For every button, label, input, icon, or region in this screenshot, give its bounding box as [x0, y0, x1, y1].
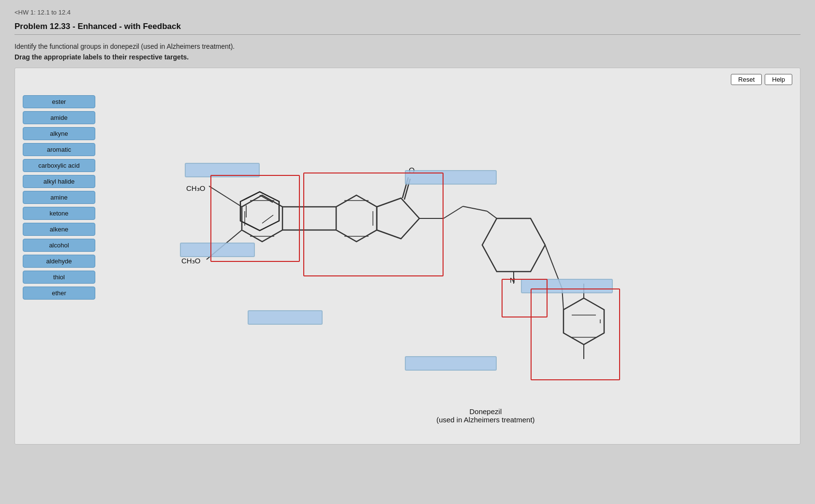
content-area: esteramidealkynearomaticcarboxylic acida… [23, 95, 792, 433]
label-btn-alkyl-halide[interactable]: alkyl halide [23, 175, 95, 188]
target-box-phenyl[interactable] [531, 288, 620, 380]
caption-line1: Donepezil [436, 407, 534, 416]
label-btn-alkene[interactable]: alkene [23, 223, 95, 236]
label-btn-amide[interactable]: amide [23, 111, 95, 124]
labels-column: esteramidealkynearomaticcarboxylic acida… [23, 95, 100, 433]
action-buttons: Reset Help [731, 74, 792, 85]
label-btn-alkyne[interactable]: alkyne [23, 127, 95, 140]
svg-text:CH₃O: CH₃O [186, 184, 205, 192]
svg-line-29 [487, 211, 497, 218]
problem-title: Problem 12.33 - Enhanced - with Feedback [15, 18, 800, 35]
label-btn-aromatic[interactable]: aromatic [23, 143, 95, 156]
diagram-area: CH₃O CH₃O [100, 95, 792, 433]
target-box-left-benzene[interactable] [210, 175, 300, 262]
label-btn-alcohol[interactable]: alcohol [23, 239, 95, 252]
drop-box-bottom-right[interactable] [405, 356, 497, 371]
svg-line-25 [463, 206, 487, 211]
label-btn-amine[interactable]: amine [23, 191, 95, 204]
breadcrumb: <HW 1: 12.1 to 12.4 [15, 5, 800, 18]
help-button[interactable]: Help [765, 74, 792, 85]
label-btn-ketone[interactable]: ketone [23, 207, 95, 220]
label-btn-carboxylic-acid[interactable]: carboxylic acid [23, 159, 95, 172]
instructions-line1: Identify the functional groups in donepe… [15, 43, 800, 50]
page-wrapper: <HW 1: 12.1 to 12.4 Problem 12.33 - Enha… [0, 0, 815, 459]
reset-button[interactable]: Reset [731, 74, 762, 85]
target-box-right-indanone[interactable] [303, 173, 444, 276]
instructions-line2: Drag the appropriate labels to their res… [15, 53, 800, 61]
label-btn-ether[interactable]: ether [23, 287, 95, 300]
molecule-caption: Donepezil (used in Alzheimers treatment) [436, 407, 534, 424]
label-btn-ester[interactable]: ester [23, 95, 95, 108]
caption-line2: (used in Alzheimers treatment) [436, 416, 534, 424]
svg-marker-26 [482, 218, 545, 272]
svg-text:CH₃O: CH₃O [181, 257, 200, 265]
drop-box-bottom-center[interactable] [248, 310, 323, 325]
main-problem-box: Reset Help esteramidealkynearomaticcarbo… [15, 68, 800, 445]
label-btn-thiol[interactable]: thiol [23, 271, 95, 284]
label-btn-aldehyde[interactable]: aldehyde [23, 255, 95, 268]
svg-line-24 [444, 206, 463, 218]
